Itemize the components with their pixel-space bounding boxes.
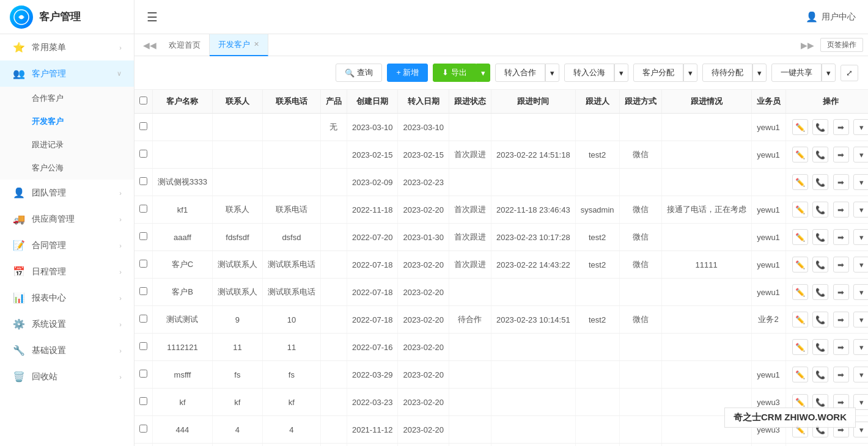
wait-assign-arrow-button[interactable]: ▾ [752,64,767,82]
sidebar-item-follow[interactable]: 跟进记录 [0,133,134,156]
forward-button-6[interactable]: ➡ [833,284,849,300]
forward-button-7[interactable]: ➡ [833,312,849,327]
one-share-arrow-button[interactable]: ▾ [822,64,836,82]
more-button-5[interactable]: ▾ [853,257,868,272]
row-checkbox-7[interactable] [139,315,147,323]
tab-operation-button[interactable]: 页签操作 [820,38,863,52]
edit-button-9[interactable]: ✏️ [792,367,808,382]
cell-transfer-date: 2023-02-20 [398,251,449,279]
more-button-7[interactable]: ▾ [853,312,868,327]
edit-button-4[interactable]: ✏️ [792,229,808,245]
forward-button-0[interactable]: ➡ [833,119,849,135]
sidebar-item-common[interactable]: ⭐ 常用菜单 › [0,34,134,60]
sidebar-item-contract[interactable]: 📝 合同管理 › [0,232,134,258]
edit-button-10[interactable]: ✏️ [792,394,808,410]
tab-develop[interactable]: 开发客户 ✕ [210,34,268,56]
edit-button-11[interactable]: ✏️ [792,422,808,437]
one-share-button[interactable]: 一键共享 [771,64,822,82]
forward-button-1[interactable]: ➡ [833,147,849,163]
hamburger-button[interactable]: ☰ [147,10,158,24]
sidebar-item-report[interactable]: 📊 报表中心 › [0,285,134,311]
tab-develop-close[interactable]: ✕ [254,40,259,48]
more-button-3[interactable]: ▾ [853,202,868,218]
forward-button-11[interactable]: ➡ [833,422,849,437]
sidebar-item-customer[interactable]: 👥 客户管理 ∨ [0,60,134,87]
more-button-8[interactable]: ▾ [853,339,868,355]
call-button-9[interactable]: 📞 [812,367,828,382]
search-button[interactable]: 🔍 查询 [336,64,382,82]
forward-button-4[interactable]: ➡ [833,229,849,245]
sidebar-item-team[interactable]: 👤 团队管理 › [0,180,134,206]
row-checkbox-10[interactable] [139,397,147,405]
expand-button[interactable]: ⤢ [840,65,858,81]
forward-button-3[interactable]: ➡ [833,202,849,218]
transfer-coop-arrow-button[interactable]: ▾ [545,64,559,82]
more-button-11[interactable]: ▾ [853,422,868,437]
row-checkbox-3[interactable] [139,205,147,213]
more-button-10[interactable]: ▾ [853,394,868,410]
forward-button-5[interactable]: ➡ [833,257,849,272]
edit-button-5[interactable]: ✏️ [792,257,808,272]
more-button-1[interactable]: ▾ [853,147,868,163]
edit-button-6[interactable]: ✏️ [792,284,808,300]
forward-button-2[interactable]: ➡ [833,174,849,190]
row-checkbox-8[interactable] [139,342,147,350]
export-arrow-button[interactable]: ▾ [476,64,490,82]
transfer-coop-button[interactable]: 转入合作 [495,64,545,82]
call-button-2[interactable]: 📞 [812,174,828,190]
select-all-checkbox[interactable] [139,97,147,104]
forward-button-10[interactable]: ➡ [833,394,849,410]
edit-button-2[interactable]: ✏️ [792,174,808,190]
call-button-11[interactable]: 📞 [812,422,828,437]
call-button-8[interactable]: 📞 [812,339,828,355]
call-button-10[interactable]: 📞 [812,394,828,410]
wait-assign-button[interactable]: 待待分配 [702,64,752,82]
cell-transfer-date: 2023-02-20 [398,306,449,334]
call-button-0[interactable]: 📞 [812,119,828,135]
sidebar-item-trash[interactable]: 🗑️ 回收站 › [0,364,134,390]
row-checkbox-1[interactable] [139,150,147,158]
more-button-9[interactable]: ▾ [853,367,868,382]
customer-assign-button[interactable]: 客户分配 [633,64,683,82]
customer-assign-arrow-button[interactable]: ▾ [683,64,697,82]
sidebar-item-supplier[interactable]: 🚚 供应商管理 › [0,206,134,232]
row-checkbox-9[interactable] [139,370,147,378]
sidebar-item-basic[interactable]: 🔧 基础设置 › [0,337,134,364]
add-button[interactable]: + 新增 [387,64,428,82]
call-button-6[interactable]: 📞 [812,284,828,300]
edit-button-1[interactable]: ✏️ [792,147,808,163]
tab-home[interactable]: 欢迎首页 [160,34,210,56]
tab-prev-button[interactable]: ◀◀ [139,40,160,50]
row-checkbox-0[interactable] [139,122,147,130]
tab-next-button[interactable]: ▶▶ [797,40,818,50]
forward-button-9[interactable]: ➡ [833,367,849,382]
call-button-3[interactable]: 📞 [812,202,828,218]
row-checkbox-5[interactable] [139,260,147,268]
more-button-2[interactable]: ▾ [853,174,868,190]
sidebar-item-schedule[interactable]: 📅 日程管理 › [0,258,134,285]
call-button-5[interactable]: 📞 [812,257,828,272]
sidebar-item-develop[interactable]: 开发客户 [0,110,134,133]
edit-button-7[interactable]: ✏️ [792,312,808,327]
call-button-1[interactable]: 📞 [812,147,828,163]
call-button-7[interactable]: 📞 [812,312,828,327]
user-center-button[interactable]: 👤 用户中心 [806,11,856,23]
sidebar-item-cooperative[interactable]: 合作客户 [0,87,134,110]
row-checkbox-4[interactable] [139,232,147,240]
edit-button-8[interactable]: ✏️ [792,339,808,355]
call-button-4[interactable]: 📞 [812,229,828,245]
sidebar-item-system[interactable]: ⚙️ 系统设置 › [0,311,134,337]
more-button-6[interactable]: ▾ [853,284,868,300]
export-button[interactable]: ⬇ 导出 [433,64,476,82]
transfer-pool-arrow-button[interactable]: ▾ [614,64,628,82]
row-checkbox-6[interactable] [139,287,147,295]
row-checkbox-2[interactable] [139,177,147,185]
edit-button-0[interactable]: ✏️ [792,119,808,135]
more-button-0[interactable]: ▾ [853,119,868,135]
forward-button-8[interactable]: ➡ [833,339,849,355]
row-checkbox-11[interactable] [139,425,147,433]
transfer-pool-button[interactable]: 转入公海 [564,64,614,82]
more-button-4[interactable]: ▾ [853,229,868,245]
edit-button-3[interactable]: ✏️ [792,202,808,218]
sidebar-item-pool[interactable]: 客户公海 [0,156,134,180]
